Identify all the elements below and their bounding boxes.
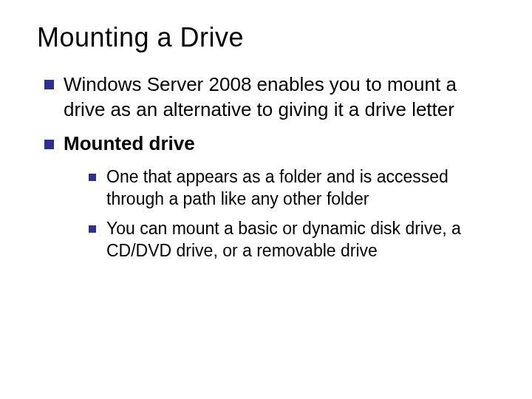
bullet-text: Mounted drive [64,132,195,154]
slide: Mounting a Drive Windows Server 2008 ena… [0,0,532,399]
slide-title: Mounting a Drive [37,22,502,53]
bullet-text: You can mount a basic or dynamic disk dr… [106,219,461,260]
list-item: Windows Server 2008 enables you to mount… [44,72,502,123]
bullet-list-level-1: Windows Server 2008 enables you to mount… [37,72,502,262]
list-item: Mounted drive One that appears as a fold… [44,132,502,262]
bullet-text: Windows Server 2008 enables you to mount… [64,73,457,120]
list-item: You can mount a basic or dynamic disk dr… [89,218,502,262]
list-item: One that appears as a folder and is acce… [89,166,502,211]
bullet-text: One that appears as a folder and is acce… [106,167,449,208]
bullet-list-level-2: One that appears as a folder and is acce… [64,166,502,262]
